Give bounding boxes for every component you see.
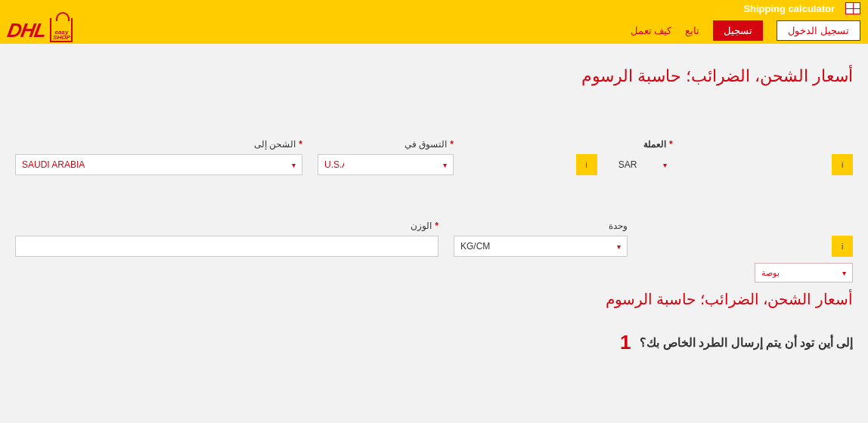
nav-follow[interactable]: تابع [685,25,699,36]
shop-in-label: التسوق في [405,139,447,150]
easyshop-icon: easySHOP [50,18,73,42]
logo[interactable]: DHL easySHOP [8,18,73,42]
login-button[interactable]: تسجيل الدخول [777,20,860,41]
unit-label: وحدة [609,221,628,231]
header: DHL easySHOP تسجيل الدخول تسجيل تابع كيف… [0,17,868,44]
register-button[interactable]: تسجيل [713,20,763,41]
nav-how-it-works[interactable]: كيف تعمل [631,25,672,36]
section-2-title: أسعار الشحن، الضرائب؛ حاسبة الرسوم [15,290,853,308]
info-button-currency[interactable]: i [832,154,853,175]
chevron-down-icon: ▾ [663,161,667,169]
weight-input[interactable] [15,236,439,257]
dhl-logo-text: DHL [5,19,48,42]
ship-to-select[interactable]: SAUDI ARABIA ▾ [15,154,302,175]
form-row-1: *الشحن إلى SAUDI ARABIA ▾ *التسوق في U.S… [15,139,853,175]
field-ship-to: *الشحن إلى SAUDI ARABIA ▾ [15,139,302,175]
shop-in-value: U.S.A [324,159,344,170]
field-currency: *العملة ▾ SAR [612,139,673,175]
field-shop-in: *التسوق في U.S.A ▾ [318,139,454,175]
page-title: أسعار الشحن، الضرائب؛ حاسبة الرسوم [15,66,853,86]
shop-in-select[interactable]: U.S.A ▾ [318,154,454,175]
currency-select[interactable]: ▾ SAR [612,154,673,175]
step-1-text: إلى أين تود أن يتم إرسال الطرد الخاص بك؟ [640,335,853,350]
info-button-unit[interactable]: i [832,236,853,257]
inch-value: بوصة [761,268,780,278]
step-1-number: 1 [620,331,631,354]
currency-value: SAR [618,159,637,170]
chevron-down-icon: ▾ [842,269,846,277]
unit-value: KG/CM [460,241,490,252]
main-nav: تسجيل الدخول تسجيل تابع كيف تعمل [631,20,860,41]
form-row-2: *الوزن وحدة KG/CM ▾ i [15,221,853,257]
chevron-down-icon: ▾ [443,161,447,169]
unit-select[interactable]: KG/CM ▾ [454,236,628,257]
chevron-down-icon: ▾ [617,242,621,251]
info-button-shop[interactable]: i [576,154,597,175]
content: أسعار الشحن، الضرائب؛ حاسبة الرسوم *الشح… [0,44,868,362]
topbar-title: Shipping calculator [743,3,835,14]
app-grid-icon[interactable] [845,2,860,14]
ship-to-value: SAUDI ARABIA [22,159,85,170]
step-1: إلى أين تود أن يتم إرسال الطرد الخاص بك؟… [15,331,853,354]
weight-label: الوزن [411,221,432,231]
field-weight: *الوزن [15,221,439,257]
ship-to-label: الشحن إلى [254,139,296,150]
field-unit: وحدة KG/CM ▾ [454,221,628,257]
topbar: Shipping calculator [0,0,868,17]
currency-label: العملة [643,139,666,150]
chevron-down-icon: ▾ [292,161,296,169]
inch-select[interactable]: بوصة ▾ [755,263,853,283]
